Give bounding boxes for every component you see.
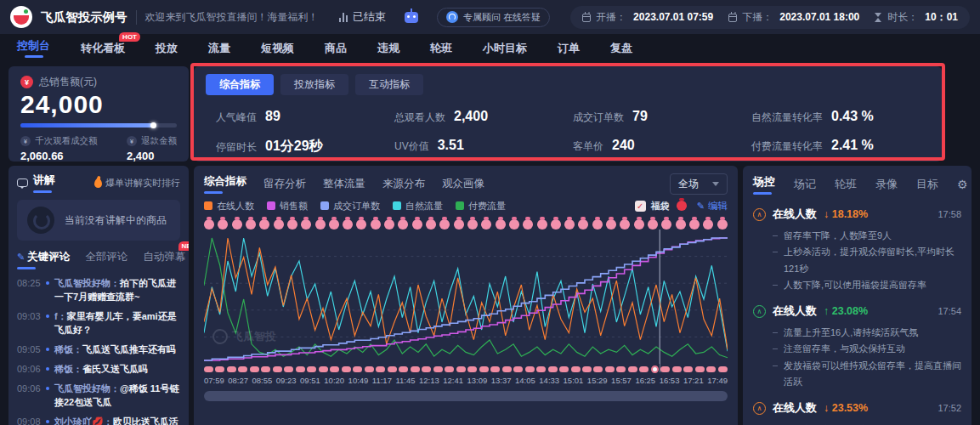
chart-tab[interactable]: 综合指标	[204, 174, 246, 194]
lucky-bag-icon[interactable]	[634, 219, 644, 230]
nav-tab[interactable]: 订单	[558, 41, 580, 56]
bottom-marker[interactable]	[479, 366, 489, 372]
lucky-bag-icon[interactable]	[592, 219, 603, 230]
control-tab[interactable]: 场记	[794, 177, 816, 192]
bottom-marker[interactable]	[718, 366, 728, 372]
lucky-bag-icon[interactable]	[481, 219, 491, 230]
bottom-marker[interactable]	[513, 366, 523, 372]
lucky-bag-icon[interactable]	[343, 219, 353, 230]
bottom-marker[interactable]	[639, 366, 649, 372]
comment-tab[interactable]: 全部评论	[85, 250, 127, 264]
bottom-marker[interactable]	[388, 366, 397, 372]
nav-tab[interactable]: 轮班	[430, 41, 452, 56]
nav-tab[interactable]: 违规	[377, 41, 399, 56]
lucky-bag-icon[interactable]	[204, 219, 214, 230]
bottom-marker[interactable]	[353, 366, 362, 372]
control-tab[interactable]: 目标	[916, 177, 938, 192]
bottom-marker[interactable]	[672, 366, 682, 372]
bottom-marker[interactable]	[456, 366, 466, 372]
control-tab[interactable]: 轮班	[835, 177, 857, 192]
robot-assistant-icon[interactable]	[405, 12, 418, 23]
lucky-bag-icon[interactable]	[371, 219, 381, 230]
edit-button[interactable]: ✎ 编辑	[697, 200, 728, 212]
bottom-marker[interactable]	[559, 366, 569, 372]
bottom-marker[interactable]	[238, 366, 247, 372]
lucky-bag-icon[interactable]	[232, 219, 242, 230]
advisor-pill[interactable]: 专属顾问 在线答疑	[437, 8, 550, 27]
lucky-bag-icon[interactable]	[648, 219, 658, 230]
lucky-bag-icon[interactable]	[454, 219, 464, 230]
bottom-marker[interactable]	[342, 366, 351, 372]
legend-item[interactable]: 自然流量	[393, 200, 443, 212]
comment-tab[interactable]: 自动弹幕NEW	[143, 250, 185, 264]
bottom-marker[interactable]	[422, 366, 431, 372]
bottom-marker[interactable]	[683, 366, 693, 372]
lucky-bag-checkbox[interactable]: ✓	[635, 201, 646, 212]
chart-tab[interactable]: 观众画像	[442, 177, 484, 191]
metrics-tab[interactable]: 互动指标	[355, 74, 423, 95]
lucky-bag-icon[interactable]	[509, 219, 519, 230]
bottom-marker[interactable]	[467, 366, 477, 372]
lucky-bag-icon[interactable]	[246, 219, 256, 230]
legend-item[interactable]: 付费流量	[456, 200, 506, 212]
bottom-marker[interactable]	[651, 366, 659, 373]
bottom-marker[interactable]	[307, 366, 316, 372]
bottom-marker[interactable]	[706, 366, 716, 372]
lucky-bag-icon[interactable]	[398, 219, 408, 230]
bottom-marker[interactable]	[261, 366, 270, 372]
bottom-marker[interactable]	[593, 366, 603, 372]
lucky-bag-icon[interactable]	[384, 219, 394, 230]
nav-tab[interactable]: 商品	[325, 41, 347, 56]
bottom-marker[interactable]	[365, 366, 374, 372]
bottom-marker[interactable]	[296, 366, 305, 372]
bottom-marker[interactable]	[445, 366, 454, 372]
bottom-marker[interactable]	[215, 366, 224, 372]
lucky-bag-icon[interactable]	[689, 219, 700, 230]
lucky-bag-icon[interactable]	[703, 219, 713, 230]
bottom-marker[interactable]	[525, 366, 535, 372]
lucky-bag-icon[interactable]	[467, 219, 478, 230]
control-tab[interactable]: 录像	[875, 177, 898, 192]
bottom-marker[interactable]	[605, 366, 615, 372]
bottom-marker[interactable]	[616, 366, 626, 372]
lucky-bag-icon[interactable]	[356, 219, 366, 230]
metrics-tab[interactable]: 综合指标	[206, 74, 274, 95]
lucky-bag-icon[interactable]	[551, 219, 561, 230]
lucky-bag-icon[interactable]	[661, 219, 671, 230]
metrics-tab[interactable]: 投放指标	[280, 74, 348, 95]
lucky-bag-icon[interactable]	[606, 219, 616, 230]
lucky-bag-icon[interactable]	[218, 219, 228, 230]
time-range-select[interactable]: 全场	[670, 173, 728, 195]
comment-tab[interactable]: ✎关键评论	[17, 250, 70, 269]
lucky-bag-icon[interactable]	[426, 219, 436, 230]
chart-tab[interactable]: 来源分布	[382, 177, 425, 191]
chart-tab[interactable]: 留存分析	[263, 177, 306, 191]
legend-item[interactable]: 在线人数	[204, 200, 254, 212]
lucky-bag-icon[interactable]	[329, 219, 339, 230]
bottom-marker[interactable]	[628, 366, 637, 372]
bottom-marker[interactable]	[411, 366, 420, 372]
hot-explain-ranking-link[interactable]: 爆单讲解实时排行	[94, 177, 180, 190]
chevron-up-icon[interactable]: ∧	[753, 208, 766, 221]
bottom-marker[interactable]	[330, 366, 339, 372]
bottom-marker[interactable]	[273, 366, 282, 372]
nav-tab[interactable]: 转化看板HOT	[81, 41, 125, 56]
chart-tab[interactable]: 整体流量	[323, 177, 365, 191]
lucky-bag-icon[interactable]	[523, 219, 533, 230]
bottom-marker[interactable]	[695, 366, 705, 372]
lucky-bag-icon[interactable]	[412, 219, 422, 230]
control-tab[interactable]: 场控	[753, 174, 775, 195]
nav-tab[interactable]: 投放	[156, 41, 178, 56]
bottom-marker[interactable]	[227, 366, 236, 372]
lucky-bag-icon[interactable]	[315, 219, 326, 230]
bottom-marker[interactable]	[571, 366, 581, 372]
bottom-marker[interactable]	[284, 366, 293, 372]
bottom-marker[interactable]	[582, 366, 592, 372]
nav-tab[interactable]: 流量	[208, 41, 230, 56]
nav-tab[interactable]: 复盘	[610, 41, 632, 56]
nav-tab[interactable]: 短视频	[261, 41, 294, 56]
legend-item[interactable]: 销售额	[267, 200, 308, 212]
lucky-bag-icon[interactable]	[717, 219, 728, 230]
lucky-bag-icon[interactable]	[537, 219, 547, 230]
bottom-marker[interactable]	[490, 366, 500, 372]
